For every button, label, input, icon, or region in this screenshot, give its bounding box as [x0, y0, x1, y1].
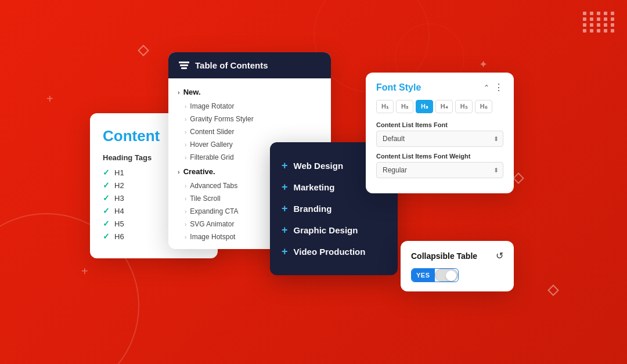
plus-icon-marketing: +	[282, 181, 288, 193]
plus-icon-web-design: +	[282, 160, 288, 172]
deco-diamond-3	[547, 284, 559, 296]
toc-item-label-1: Image Rotator	[190, 102, 234, 110]
check-icon-h3: ✓	[103, 193, 110, 203]
content-font-label: Content List Items Font	[376, 121, 503, 128]
toc-arrow-1: ›	[185, 103, 186, 110]
toc-item-label-6: Advanced Tabs	[190, 182, 237, 190]
content-weight-group: Content List Items Font Weight Regular ⬍	[376, 153, 503, 178]
heading-tag-h1: H1	[114, 168, 124, 177]
toc-item-image-rotator: › Image Rotator	[168, 100, 331, 113]
content-weight-select-wrap: Regular ⬍	[376, 162, 503, 178]
chevron-up-icon[interactable]: ⌃	[484, 84, 489, 92]
toc-section-new: › New.	[168, 84, 331, 100]
toc-section-creative-label: Creative.	[183, 167, 215, 176]
more-options-icon[interactable]: ⋮	[494, 82, 503, 93]
toc-item-label-8: Expanding CTA	[190, 207, 238, 215]
toc-item-label-9: SVG Animator	[190, 220, 234, 228]
content-weight-select[interactable]: Regular	[376, 162, 503, 178]
collapsible-title: Collapsible Table	[411, 251, 477, 261]
toc-arrow-8: ›	[185, 208, 186, 215]
plus-icon-graphic-design: +	[282, 224, 288, 236]
toc-title: Table of Contents	[195, 60, 268, 70]
font-card-actions: ⌃ ⋮	[484, 82, 503, 93]
menu-item-video-production[interactable]: + Video Production	[282, 241, 386, 262]
toc-header: Table of Contents	[168, 52, 331, 78]
card-font: Font Style ⌃ ⋮ H₁ H₂ H₃ H₄ H₅ H₆ Content…	[366, 73, 514, 193]
toc-arrow-4: ›	[185, 142, 186, 148]
menu-label-graphic-design: Graphic Design	[294, 225, 358, 235]
font-card-header: Font Style ⌃ ⋮	[376, 82, 503, 93]
toc-item-label-7: Tile Scroll	[190, 194, 220, 203]
toc-item-label-5: Filterable Grid	[190, 153, 233, 161]
deco-diamond-1	[138, 45, 149, 56]
toc-item-label-10: Image Hotspot	[190, 233, 235, 241]
menu-label-video-production: Video Production	[294, 247, 366, 257]
plus-icon-video-production: +	[282, 246, 288, 258]
deco-dot-grid	[583, 12, 615, 33]
heading-btn-h5[interactable]: H₅	[455, 100, 473, 113]
content-weight-label: Content List Items Font Weight	[376, 153, 503, 160]
toc-item-gravity: › Gravity Forms Styler	[168, 113, 331, 125]
heading-btn-h4[interactable]: H₄	[435, 100, 453, 113]
toc-item-label-2: Gravity Forms Styler	[190, 115, 253, 123]
deco-diamond-2	[513, 172, 524, 184]
toc-arrow-3: ›	[185, 129, 186, 135]
toc-arrow-6: ›	[185, 183, 186, 189]
toc-arrow-10: ›	[185, 234, 186, 240]
menu-label-web-design: Web Design	[294, 161, 344, 171]
heading-btn-h1[interactable]: H₁	[376, 100, 394, 113]
toc-item-label-3: Content Slider	[190, 128, 234, 136]
content-font-group: Content List Items Font Default ⬍	[376, 121, 503, 147]
toc-section-new-label: New.	[183, 88, 201, 96]
plus-icon-branding: +	[282, 203, 288, 215]
menu-item-graphic-design[interactable]: + Graphic Design	[282, 219, 386, 241]
toc-arrow-5: ›	[185, 154, 186, 161]
menu-label-marketing: Marketing	[294, 182, 335, 192]
toggle-row: YES	[411, 268, 503, 282]
content-font-select-wrap: Default ⬍	[376, 131, 503, 147]
menu-label-branding: Branding	[294, 204, 332, 214]
refresh-icon[interactable]: ↺	[496, 250, 503, 261]
deco-plus-2: +	[81, 265, 88, 277]
deco-plus-1: +	[46, 93, 53, 104]
heading-buttons-row: H₁ H₂ H₃ H₄ H₅ H₆	[376, 100, 503, 113]
toggle-switch[interactable]	[435, 269, 458, 282]
toc-item-content-slider: › Content Slider	[168, 125, 331, 138]
layers-icon	[179, 62, 189, 69]
toc-chevron-creative: ›	[178, 168, 180, 175]
check-icon-h2: ✓	[103, 181, 110, 190]
heading-tag-h6: H6	[114, 232, 124, 241]
collapsible-header: Collapsible Table ↺	[411, 250, 503, 261]
heading-btn-h6[interactable]: H₆	[475, 100, 492, 113]
toc-item-label-4: Hover Gallery	[190, 140, 232, 149]
heading-tag-h2: H2	[114, 181, 124, 190]
font-card-title: Font Style	[376, 82, 421, 93]
check-icon-h1: ✓	[103, 168, 110, 177]
check-icon-h6: ✓	[103, 232, 110, 241]
content-font-select[interactable]: Default	[376, 131, 503, 147]
deco-star-1: ✦	[479, 58, 488, 71]
heading-tag-h3: H3	[114, 194, 124, 203]
menu-item-branding[interactable]: + Branding	[282, 198, 386, 219]
toggle-yes-label: YES	[412, 269, 435, 282]
toggle-thumb	[446, 271, 456, 281]
toggle-container[interactable]: YES	[411, 268, 459, 282]
toc-arrow-7: ›	[185, 196, 186, 202]
toc-arrow-2: ›	[185, 116, 186, 122]
toc-arrow-9: ›	[185, 221, 186, 228]
check-icon-h4: ✓	[103, 206, 110, 215]
heading-tag-h4: H4	[114, 207, 124, 215]
heading-tag-h5: H5	[114, 219, 124, 228]
check-icon-h5: ✓	[103, 219, 110, 228]
card-collapsible: Collapsible Table ↺ YES	[401, 241, 514, 291]
toc-chevron-new: ›	[178, 89, 180, 96]
heading-btn-h3[interactable]: H₃	[416, 100, 433, 113]
heading-btn-h2[interactable]: H₂	[396, 100, 413, 113]
